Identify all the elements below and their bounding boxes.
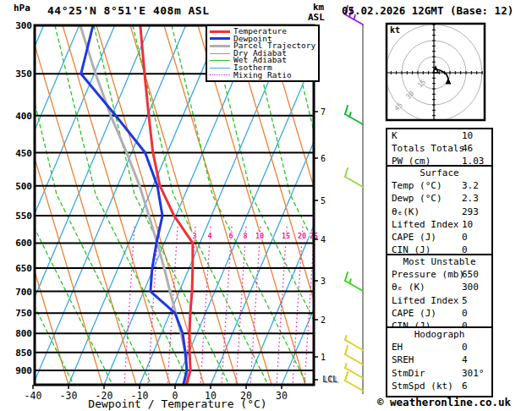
wind-barb-column xyxy=(345,6,363,394)
wind-barb xyxy=(345,106,363,124)
panel-row-label: Lifted Index xyxy=(392,219,458,230)
station-title: 44°25'N 8°51'E 408m ASL xyxy=(47,4,210,17)
panel-row-value: 0 xyxy=(462,231,468,244)
panel-section-title: Surface xyxy=(387,167,491,179)
panel-row-value: 10 xyxy=(462,218,473,231)
panel-row-value: 293 xyxy=(462,206,479,218)
panel-section-title: Most Unstable xyxy=(387,255,491,268)
panel-row-value: 301° xyxy=(462,367,485,380)
svg-text:4: 4 xyxy=(207,232,211,240)
panel-row: θₑ (K)300 xyxy=(387,281,491,293)
panel-row-label: Pressure (mb) xyxy=(392,269,464,280)
panel-row: CAPE (J)0 xyxy=(387,307,491,320)
panel-row-label: StmDir xyxy=(392,368,425,379)
panel-row: StmSpd (kt)6 xyxy=(387,380,491,392)
pressure-tick-label: 800 xyxy=(15,328,32,339)
panel-row-value: 0 xyxy=(462,341,468,353)
panel-row-value: 2.3 xyxy=(462,192,479,205)
panel-row-value: 46 xyxy=(462,142,473,155)
mixing-ratio-value-labels: 346810152025 xyxy=(192,232,318,240)
pressure-tick-label: 750 xyxy=(15,308,32,319)
svg-text:8: 8 xyxy=(243,232,247,240)
panel-row-label: SREH xyxy=(392,354,414,365)
panel-row-value: 4 xyxy=(462,353,468,366)
panel-row: Temp (°C)3.2 xyxy=(387,179,491,192)
pressure-tick-label: 500 xyxy=(15,181,32,192)
legend-line-sample xyxy=(210,30,230,33)
panel-row: EH0 xyxy=(387,341,491,353)
legend-line-sample xyxy=(210,45,230,47)
panel-row-value: 5 xyxy=(462,294,468,307)
legend-line-sample xyxy=(210,68,230,68)
km-tick-label: 4 xyxy=(321,235,326,244)
svg-text:10: 10 xyxy=(255,232,264,240)
panel-row-label: θₑ (K) xyxy=(392,282,425,293)
svg-text:6: 6 xyxy=(228,232,233,240)
pressure-tick-label: 300 xyxy=(15,20,32,31)
km-tick-label: 6 xyxy=(321,154,326,163)
panel-row-value: 0 xyxy=(462,307,468,320)
hodograph-box: HodographEH0SREH4StmDir301°StmSpd (kt)6 xyxy=(386,326,493,397)
panel-row: Lifted Index5 xyxy=(387,294,491,307)
panel-row: θₑ(K)293 xyxy=(387,206,491,218)
panel-row: CAPE (J)0 xyxy=(387,231,491,244)
km-tick-label: 5 xyxy=(321,196,326,206)
panel-row-value: 300 xyxy=(462,281,479,293)
x-axis-title: Dewpoint / Temperature (°C) xyxy=(0,397,355,410)
panel-row-value: 6 xyxy=(462,380,468,392)
pressure-tick-label: 350 xyxy=(15,68,32,79)
pressure-tick-label: 450 xyxy=(15,148,32,159)
km-tick-label: 2 xyxy=(321,315,326,325)
pressure-tick-label: 700 xyxy=(15,287,32,298)
panel-row-value: 3.2 xyxy=(462,179,479,192)
legend-item-label: Mixing Ratio xyxy=(233,72,292,79)
panel-row-label: K xyxy=(392,130,398,141)
legend-line-sample xyxy=(210,37,230,40)
hodograph: 153045 xyxy=(386,24,485,121)
km-tick-label: 3 xyxy=(321,277,326,286)
indices-box: K10Totals Totals46PW (cm)1.03 xyxy=(386,128,493,170)
panel-row-label: Totals Totals xyxy=(392,143,464,154)
wind-barb xyxy=(345,372,363,391)
panel-row: Lifted Index10 xyxy=(387,218,491,231)
pressure-axis-unit: hPa xyxy=(14,3,30,14)
pressure-tick-label: 600 xyxy=(15,238,32,249)
legend-line-sample xyxy=(210,74,230,75)
skewt-sounding-page: 346810152025 300350400450500550600650700… xyxy=(0,0,532,411)
sounding-curves xyxy=(80,25,193,385)
svg-text:15: 15 xyxy=(282,232,290,240)
panel-row-label: CAPE (J) xyxy=(392,308,436,319)
legend-item: Mixing Ratio xyxy=(210,72,318,79)
panel-row: K10 xyxy=(387,129,491,142)
panel-row-value: 10 xyxy=(462,129,473,142)
panel-row: Pressure (mb)650 xyxy=(387,268,491,281)
panel-row-label: Temp (°C) xyxy=(392,180,442,191)
panel-row-label: EH xyxy=(392,342,403,353)
legend-line-sample xyxy=(210,60,230,61)
run-date: 05.02.2026 12GMT (Base: 12) xyxy=(342,4,513,17)
km-tick-label: 1 xyxy=(321,353,326,362)
svg-text:20: 20 xyxy=(298,232,306,240)
panel-section-title: Hodograph xyxy=(387,328,491,341)
wind-barb xyxy=(345,364,363,378)
most-unstable-box: Most UnstablePressure (mb)650θₑ (K)300Li… xyxy=(386,254,493,332)
svg-text:3: 3 xyxy=(192,232,196,240)
panel-row: Totals Totals46 xyxy=(387,142,491,155)
pressure-tick-label: 400 xyxy=(15,111,32,122)
pressure-tick-label: 650 xyxy=(15,263,32,274)
panel-row-label: CAPE (J) xyxy=(392,232,436,243)
pressure-tick-label: 900 xyxy=(15,365,32,376)
hodograph-unit-label: kt xyxy=(390,25,400,35)
wind-barb xyxy=(345,168,363,187)
pressure-tick-label: 550 xyxy=(15,211,32,222)
wind-barb xyxy=(345,272,363,291)
km-tick-label: 7 xyxy=(321,107,326,117)
panel-row: SREH4 xyxy=(387,353,491,366)
legend: TemperatureDewpointParcel TrajectoryDry … xyxy=(206,25,320,82)
panel-row-label: θₑ(K) xyxy=(392,206,420,217)
pressure-tick-label: 850 xyxy=(15,348,32,359)
legend-line-sample xyxy=(210,53,230,54)
panel-row-label: StmSpd (kt) xyxy=(392,381,453,392)
panel-row-value: 650 xyxy=(462,268,479,281)
panel-row: StmDir301° xyxy=(387,367,491,380)
